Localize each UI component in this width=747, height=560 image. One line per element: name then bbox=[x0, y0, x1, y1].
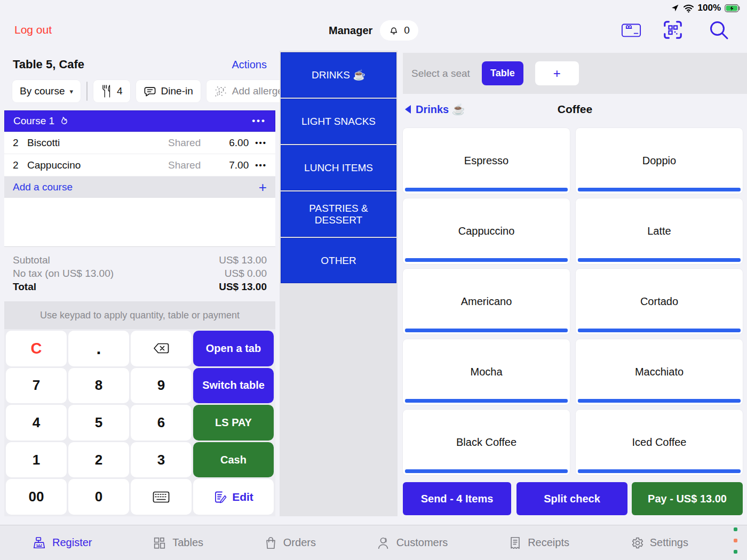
nav-receipts[interactable]: Receipts bbox=[508, 536, 569, 550]
ls-pay-button[interactable]: LS PAY bbox=[193, 405, 274, 441]
keypad-5-button[interactable]: 5 bbox=[68, 405, 129, 441]
tax-label: No tax (on US$ 13.00) bbox=[13, 267, 114, 280]
edit-icon bbox=[213, 490, 227, 504]
order-type-button[interactable]: Dine-in bbox=[136, 80, 201, 102]
category-lunch-items[interactable]: LUNCH ITEMS bbox=[281, 145, 396, 190]
add-course-button[interactable]: Add a course + bbox=[4, 177, 275, 198]
total-label: Total bbox=[13, 280, 36, 293]
status-dot-orange bbox=[734, 539, 737, 542]
keypad-4-button[interactable]: 4 bbox=[6, 405, 67, 441]
totals-section: Subtotal US$ 13.00 No tax (on US$ 13.00)… bbox=[4, 246, 275, 293]
item-price: 6.00 bbox=[218, 137, 249, 149]
send-button[interactable]: Send - 4 Items bbox=[403, 482, 511, 515]
nav-register[interactable]: Register bbox=[32, 536, 92, 550]
nav-orders-label: Orders bbox=[283, 537, 316, 549]
item-qty: 2 bbox=[13, 137, 27, 149]
customers-icon bbox=[377, 536, 391, 550]
location-arrow-icon bbox=[671, 4, 679, 12]
user-name[interactable]: Manager bbox=[329, 25, 372, 37]
nav-receipts-label: Receipts bbox=[528, 537, 569, 549]
keypad-00-button[interactable]: 00 bbox=[6, 479, 67, 515]
battery-icon bbox=[725, 4, 741, 12]
category-pastries-dessert[interactable]: PASTRIES & DESSERT bbox=[281, 191, 396, 237]
search-button[interactable] bbox=[708, 19, 729, 41]
product-tile-doppio[interactable]: Doppio bbox=[576, 128, 743, 194]
edit-label: Edit bbox=[232, 491, 253, 503]
switch-table-button[interactable]: Switch table bbox=[193, 368, 274, 404]
keypad-6-button[interactable]: 6 bbox=[131, 405, 192, 441]
tax-value: US$ 0.00 bbox=[225, 267, 267, 280]
keyboard-toggle-button[interactable] bbox=[131, 479, 192, 515]
keypad-9-button[interactable]: 9 bbox=[131, 368, 192, 404]
course-more-icon[interactable]: ••• bbox=[252, 116, 266, 126]
cutlery-icon bbox=[101, 85, 112, 98]
plus-icon: + bbox=[259, 179, 267, 196]
product-tile-macchiato[interactable]: Macchiato bbox=[576, 339, 743, 405]
seat-table-button[interactable]: Table bbox=[482, 61, 523, 85]
category-drinks[interactable]: DRINKS ☕ bbox=[281, 52, 396, 98]
gift-card-button[interactable] bbox=[621, 19, 642, 41]
keypad-1-button[interactable]: 1 bbox=[6, 442, 67, 478]
subtotal-row: Subtotal US$ 13.00 bbox=[13, 253, 267, 267]
keypad-7-button[interactable]: 7 bbox=[6, 368, 67, 404]
receipts-icon bbox=[508, 536, 522, 550]
order-item-row[interactable]: 2 Biscotti Shared 6.00 ••• bbox=[4, 132, 275, 154]
chevron-down-icon: ▾ bbox=[69, 87, 73, 95]
total-row: Total US$ 13.00 bbox=[13, 280, 267, 293]
course-name: Course 1 bbox=[13, 115, 54, 127]
cash-button[interactable]: Cash bbox=[193, 442, 274, 478]
keypad-clear-button[interactable]: C bbox=[6, 331, 67, 366]
nav-orders[interactable]: Orders bbox=[264, 536, 316, 550]
total-value: US$ 13.00 bbox=[219, 280, 267, 293]
nav-customers[interactable]: Customers bbox=[377, 536, 448, 550]
keypad-decimal-button[interactable]: . bbox=[68, 331, 129, 366]
view-mode-dropdown[interactable]: By course ▾ bbox=[12, 80, 81, 102]
keypad-0-button[interactable]: 0 bbox=[68, 479, 129, 515]
keypad-8-button[interactable]: 8 bbox=[68, 368, 129, 404]
product-tile-cappuccino[interactable]: Cappuccino bbox=[403, 198, 570, 264]
category-title: Coffee bbox=[403, 103, 747, 116]
order-items-panel: Course 1 ••• 2 Biscotti Shared 6.00 ••• … bbox=[4, 110, 275, 246]
notifications-button[interactable]: 0 bbox=[380, 20, 418, 41]
split-check-button[interactable]: Split check bbox=[516, 482, 627, 515]
nav-tables-label: Tables bbox=[172, 537, 203, 549]
actions-link[interactable]: Actions bbox=[232, 59, 267, 71]
item-name: Cappuccino bbox=[27, 159, 168, 171]
table-title: Table 5, Cafe bbox=[13, 58, 84, 71]
order-toolbar: By course ▾ 4 Dine-in Add allergen bbox=[12, 80, 297, 102]
item-more-icon[interactable]: ••• bbox=[255, 138, 267, 147]
battery-percent: 100% bbox=[698, 3, 721, 13]
pos-register-screen: 100% Log out Manager 0 Table 5, Cafe Act… bbox=[0, 0, 747, 560]
course-header[interactable]: Course 1 ••• bbox=[4, 110, 275, 132]
connection-status-dots bbox=[734, 527, 737, 554]
keypad-3-button[interactable]: 3 bbox=[131, 442, 192, 478]
add-seat-button[interactable]: + bbox=[535, 61, 579, 85]
allergen-icon bbox=[214, 85, 227, 98]
open-tab-button[interactable]: Open a tab bbox=[193, 331, 274, 366]
product-tile-espresso[interactable]: Espresso bbox=[403, 128, 570, 194]
gift-card-icon bbox=[621, 21, 641, 38]
nav-tables[interactable]: Tables bbox=[153, 536, 203, 550]
product-tile-latte[interactable]: Latte bbox=[576, 198, 743, 264]
keypad-backspace-button[interactable] bbox=[131, 331, 192, 366]
nav-register-label: Register bbox=[52, 537, 92, 549]
product-tile-cortado[interactable]: Cortado bbox=[576, 269, 743, 334]
product-tile-iced-coffee[interactable]: Iced Coffee bbox=[576, 410, 743, 475]
pay-button[interactable]: Pay - US$ 13.00 bbox=[632, 482, 743, 515]
bell-icon bbox=[388, 25, 399, 36]
item-name: Biscotti bbox=[27, 137, 168, 149]
category-other[interactable]: OTHER bbox=[281, 238, 396, 283]
guest-count-button[interactable]: 4 bbox=[93, 80, 130, 102]
keypad-2-button[interactable]: 2 bbox=[68, 442, 129, 478]
item-more-icon[interactable]: ••• bbox=[255, 161, 267, 170]
edit-button[interactable]: Edit bbox=[193, 479, 274, 515]
seat-prompt: Select a seat bbox=[411, 68, 470, 79]
product-tile-americano[interactable]: Americano bbox=[403, 269, 570, 334]
category-light-snacks[interactable]: LIGHT SNACKS bbox=[281, 99, 396, 144]
product-tile-mocha[interactable]: Mocha bbox=[403, 339, 570, 405]
nav-settings[interactable]: Settings bbox=[630, 536, 688, 550]
search-icon bbox=[708, 19, 729, 41]
product-tile-black-coffee[interactable]: Black Coffee bbox=[403, 410, 570, 475]
scan-button[interactable] bbox=[662, 19, 684, 41]
order-item-row[interactable]: 2 Cappuccino Shared 7.00 ••• bbox=[4, 154, 275, 177]
